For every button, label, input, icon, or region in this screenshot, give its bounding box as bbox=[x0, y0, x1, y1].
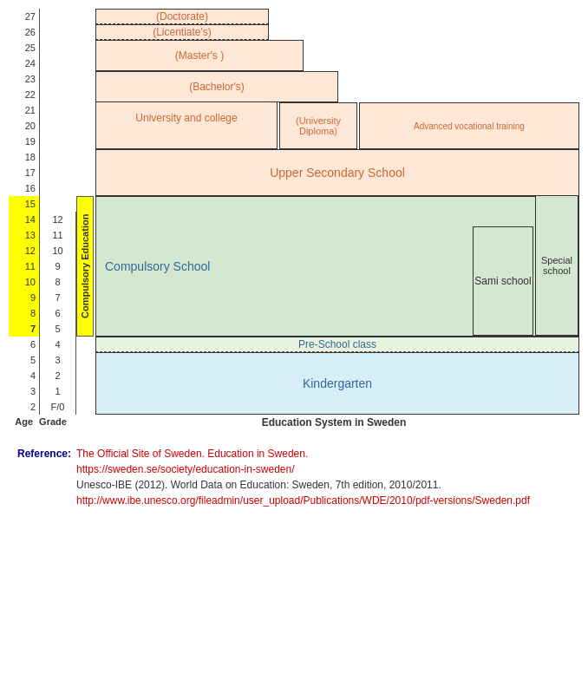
age-4: 4 bbox=[9, 368, 39, 383]
masters-block: (Master's ) bbox=[95, 40, 304, 71]
age-18: 18 bbox=[9, 149, 39, 165]
age-axis-label: Age bbox=[9, 416, 36, 429]
special-school-block: Special school bbox=[535, 195, 578, 336]
axis-labels: Age Grade Education System in Sweden bbox=[9, 416, 579, 429]
footer-reference: Reference: The Official Site of Sweden. … bbox=[17, 446, 579, 508]
footer: Reference: The Official Site of Sweden. … bbox=[9, 446, 579, 508]
age-6: 6 bbox=[9, 337, 39, 352]
compulsory-school-block: Compulsory School Sami school Special sc… bbox=[95, 196, 579, 337]
age-3: 3 bbox=[9, 383, 39, 399]
university-diploma-block: (University Diploma) bbox=[279, 102, 357, 149]
bachelors-block: (Bachelor's) bbox=[95, 71, 338, 102]
age-23: 23 bbox=[9, 71, 39, 87]
main-container: 2 3 4 5 6 7 8 9 10 11 12 13 14 15 16 17 … bbox=[9, 9, 579, 508]
age-13: 13 bbox=[9, 227, 39, 243]
reference-label: Reference: bbox=[17, 446, 71, 508]
ref-line-2: https://sweden.se/society/education-in-s… bbox=[76, 461, 530, 477]
grade-axis-label: Grade bbox=[36, 416, 69, 429]
grade-column: F/0 1 2 3 4 5 6 7 8 9 10 11 12 bbox=[40, 9, 76, 415]
age-10: 10 bbox=[9, 274, 39, 290]
sami-school-block: Sami school bbox=[473, 226, 533, 336]
age-24: 24 bbox=[9, 56, 39, 71]
kindergarten-block: Kindergarten bbox=[95, 352, 579, 415]
main-axis-label: Education System in Sweden bbox=[88, 416, 579, 429]
grade-5: 5 bbox=[40, 321, 75, 337]
age-17: 17 bbox=[9, 165, 39, 180]
grade-3: 3 bbox=[40, 352, 75, 368]
ref-line-1: The Official Site of Sweden. Education i… bbox=[76, 446, 530, 461]
ref-line-3: Unesco-IBE (2012). World Data on Educati… bbox=[76, 477, 530, 493]
grade-f0: F/0 bbox=[40, 399, 75, 415]
ref-line-4: http://www.ibe.unesco.org/fileadmin/user… bbox=[76, 493, 530, 508]
grade-2: 2 bbox=[40, 368, 75, 383]
diagram-inner: Kindergarten Pre-School class Compulsory… bbox=[95, 9, 579, 415]
grade-12: 12 bbox=[40, 212, 75, 227]
grade-9: 9 bbox=[40, 258, 75, 274]
age-8: 8 bbox=[9, 305, 39, 321]
grade-11: 11 bbox=[40, 227, 75, 243]
age-7: 7 bbox=[9, 321, 39, 337]
grade-10: 10 bbox=[40, 243, 75, 258]
reference-content: The Official Site of Sweden. Education i… bbox=[76, 446, 530, 508]
age-column: 2 3 4 5 6 7 8 9 10 11 12 13 14 15 16 17 … bbox=[9, 9, 40, 415]
licentiates-block: (Licentiate's) bbox=[95, 24, 269, 40]
age-15: 15 bbox=[9, 196, 39, 212]
age-19: 19 bbox=[9, 134, 39, 149]
age-21: 21 bbox=[9, 102, 39, 118]
age-20: 20 bbox=[9, 118, 39, 134]
age-cells: 2 3 4 5 6 7 8 9 10 11 12 13 14 15 16 17 … bbox=[9, 9, 40, 415]
age-16: 16 bbox=[9, 180, 39, 196]
grade-1: 1 bbox=[40, 383, 75, 399]
diagram-main: Compulsory Education Kindergarten Pre-Sc… bbox=[76, 9, 579, 415]
grade-8: 8 bbox=[40, 274, 75, 290]
chart-area: 2 3 4 5 6 7 8 9 10 11 12 13 14 15 16 17 … bbox=[9, 9, 579, 415]
grade-cells: F/0 1 2 3 4 5 6 7 8 9 10 11 12 bbox=[40, 212, 76, 415]
age-27: 27 bbox=[9, 9, 39, 24]
higher-ed-area: University and college (University Diplo… bbox=[95, 9, 579, 149]
age-26: 26 bbox=[9, 24, 39, 40]
upper-secondary-block: Upper Secondary School bbox=[95, 149, 579, 196]
doctorate-block: (Doctorate) bbox=[95, 9, 269, 24]
grade-6: 6 bbox=[40, 305, 75, 321]
compulsory-school-label: Compulsory School bbox=[105, 259, 210, 273]
age-2: 2 bbox=[9, 399, 39, 415]
age-9: 9 bbox=[9, 290, 39, 305]
preschool-block: Pre-School class bbox=[95, 337, 579, 352]
grade-7: 7 bbox=[40, 290, 75, 305]
age-22: 22 bbox=[9, 87, 39, 102]
age-14: 14 bbox=[9, 212, 39, 227]
age-5: 5 bbox=[9, 352, 39, 368]
age-11: 11 bbox=[9, 258, 39, 274]
advanced-vocational-block: Advanced vocational training bbox=[359, 102, 579, 149]
age-12: 12 bbox=[9, 243, 39, 258]
grade-4: 4 bbox=[40, 337, 75, 352]
compulsory-education-label: Compulsory Education bbox=[76, 196, 94, 337]
age-25: 25 bbox=[9, 40, 39, 56]
